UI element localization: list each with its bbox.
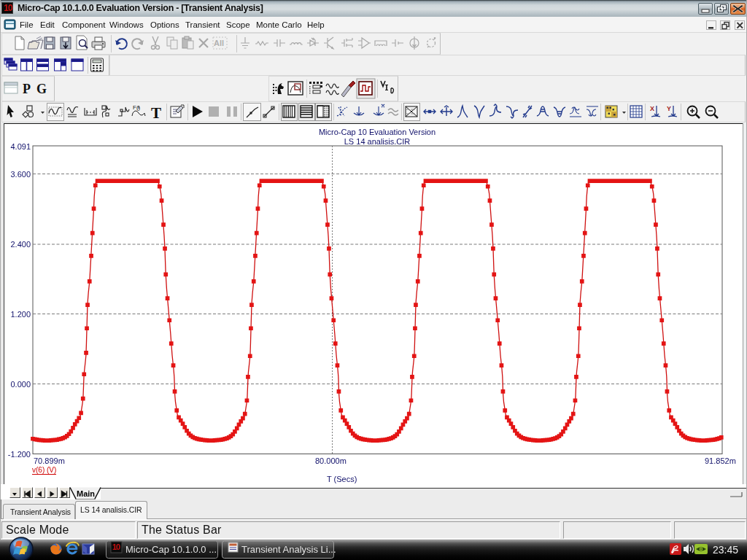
svg-text:Y: Y — [667, 105, 671, 112]
svg-text:T: T — [151, 104, 161, 122]
svg-text:P: P — [23, 82, 31, 96]
svg-text:X: X — [650, 105, 654, 112]
svg-text:F(): F() — [133, 104, 141, 111]
svg-text:All: All — [214, 39, 224, 47]
svg-text:G: G — [36, 82, 47, 96]
